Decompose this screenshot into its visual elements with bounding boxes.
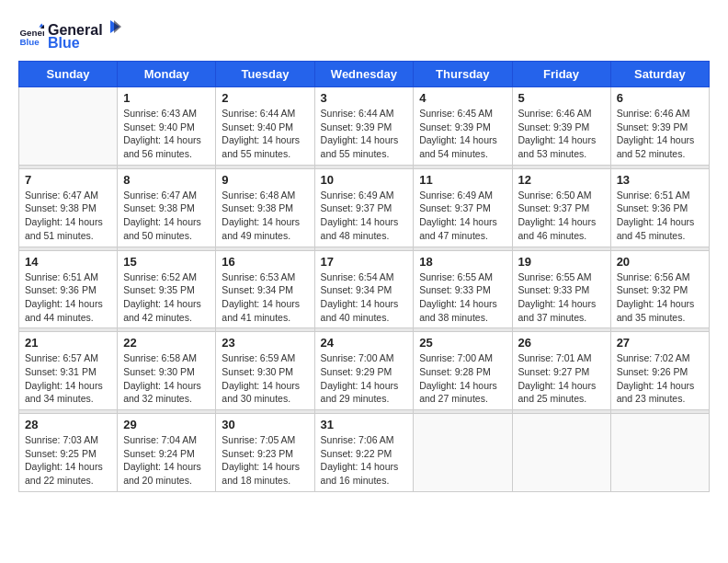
calendar-cell: 26Sunrise: 7:01 AMSunset: 9:27 PMDayligh… <box>512 332 610 410</box>
day-number: 8 <box>123 173 210 187</box>
weekday-header-friday: Friday <box>512 62 610 87</box>
calendar-cell: 24Sunrise: 7:00 AMSunset: 9:29 PMDayligh… <box>314 332 414 410</box>
day-number: 10 <box>321 173 408 187</box>
weekday-header-saturday: Saturday <box>610 62 709 87</box>
calendar-cell: 16Sunrise: 6:53 AMSunset: 9:34 PMDayligh… <box>216 250 314 328</box>
calendar-cell <box>610 414 709 492</box>
calendar-table: SundayMondayTuesdayWednesdayThursdayFrid… <box>18 61 710 492</box>
day-info: Sunrise: 6:48 AMSunset: 9:38 PMDaylight:… <box>222 189 308 243</box>
day-number: 14 <box>25 255 111 269</box>
calendar-cell: 25Sunrise: 7:00 AMSunset: 9:28 PMDayligh… <box>414 332 512 410</box>
day-info: Sunrise: 6:47 AMSunset: 9:38 PMDaylight:… <box>123 189 210 243</box>
calendar-cell: 7Sunrise: 6:47 AMSunset: 9:38 PMDaylight… <box>19 168 118 247</box>
day-number: 19 <box>518 255 605 269</box>
calendar-cell: 17Sunrise: 6:54 AMSunset: 9:34 PMDayligh… <box>314 250 414 328</box>
calendar-cell: 5Sunrise: 6:46 AMSunset: 9:39 PMDaylight… <box>512 87 610 166</box>
logo: General Blue General Blue <box>18 18 121 52</box>
day-info: Sunrise: 7:04 AMSunset: 9:24 PMDaylight:… <box>123 433 210 488</box>
calendar-week-row: 28Sunrise: 7:03 AMSunset: 9:25 PMDayligh… <box>19 414 710 492</box>
weekday-header-monday: Monday <box>118 62 216 87</box>
day-number: 17 <box>321 255 408 269</box>
weekday-header-tuesday: Tuesday <box>216 62 314 87</box>
day-number: 23 <box>222 336 308 350</box>
day-number: 27 <box>617 336 703 350</box>
weekday-header-thursday: Thursday <box>414 62 512 87</box>
weekday-header-row: SundayMondayTuesdayWednesdayThursdayFrid… <box>19 62 710 87</box>
calendar-cell: 13Sunrise: 6:51 AMSunset: 9:36 PMDayligh… <box>610 168 709 247</box>
day-info: Sunrise: 6:46 AMSunset: 9:39 PMDaylight:… <box>617 107 703 161</box>
day-number: 18 <box>419 255 506 269</box>
calendar-cell: 21Sunrise: 6:57 AMSunset: 9:31 PMDayligh… <box>19 332 118 410</box>
day-info: Sunrise: 6:55 AMSunset: 9:33 PMDaylight:… <box>419 270 506 325</box>
day-info: Sunrise: 6:47 AMSunset: 9:38 PMDaylight:… <box>25 189 111 243</box>
day-info: Sunrise: 6:51 AMSunset: 9:36 PMDaylight:… <box>617 189 703 243</box>
day-number: 3 <box>321 91 408 105</box>
day-number: 4 <box>419 91 506 105</box>
calendar-cell <box>414 414 512 492</box>
calendar-cell: 29Sunrise: 7:04 AMSunset: 9:24 PMDayligh… <box>118 414 216 492</box>
day-number: 6 <box>617 91 703 105</box>
calendar-cell: 19Sunrise: 6:55 AMSunset: 9:33 PMDayligh… <box>512 250 610 328</box>
weekday-header-sunday: Sunday <box>19 62 118 87</box>
calendar-week-row: 1Sunrise: 6:43 AMSunset: 9:40 PMDaylight… <box>19 87 710 166</box>
day-info: Sunrise: 7:03 AMSunset: 9:25 PMDaylight:… <box>25 433 111 488</box>
day-number: 31 <box>321 418 408 431</box>
day-info: Sunrise: 7:01 AMSunset: 9:27 PMDaylight:… <box>518 351 605 406</box>
day-info: Sunrise: 6:44 AMSunset: 9:40 PMDaylight:… <box>222 107 308 161</box>
calendar-cell: 14Sunrise: 6:51 AMSunset: 9:36 PMDayligh… <box>19 250 118 328</box>
calendar-cell <box>512 414 610 492</box>
day-info: Sunrise: 6:50 AMSunset: 9:37 PMDaylight:… <box>518 189 605 243</box>
day-info: Sunrise: 6:46 AMSunset: 9:39 PMDaylight:… <box>518 107 605 161</box>
day-number: 2 <box>222 91 308 105</box>
calendar-cell: 11Sunrise: 6:49 AMSunset: 9:37 PMDayligh… <box>414 168 512 247</box>
day-info: Sunrise: 7:05 AMSunset: 9:23 PMDaylight:… <box>222 433 308 488</box>
day-number: 15 <box>123 255 210 269</box>
page-header: General Blue General Blue <box>18 18 710 52</box>
day-info: Sunrise: 6:57 AMSunset: 9:31 PMDaylight:… <box>25 351 111 406</box>
day-info: Sunrise: 6:49 AMSunset: 9:37 PMDaylight:… <box>321 189 408 243</box>
day-number: 7 <box>25 173 111 187</box>
calendar-cell: 1Sunrise: 6:43 AMSunset: 9:40 PMDaylight… <box>118 87 216 166</box>
day-info: Sunrise: 7:00 AMSunset: 9:29 PMDaylight:… <box>321 351 408 406</box>
calendar-week-row: 14Sunrise: 6:51 AMSunset: 9:36 PMDayligh… <box>19 250 710 328</box>
day-number: 12 <box>518 173 605 187</box>
svg-marker-5 <box>114 20 121 33</box>
day-number: 26 <box>518 336 605 350</box>
calendar-cell: 28Sunrise: 7:03 AMSunset: 9:25 PMDayligh… <box>19 414 118 492</box>
day-info: Sunrise: 6:55 AMSunset: 9:33 PMDaylight:… <box>518 270 605 325</box>
calendar-cell: 12Sunrise: 6:50 AMSunset: 9:37 PMDayligh… <box>512 168 610 247</box>
calendar-week-row: 7Sunrise: 6:47 AMSunset: 9:38 PMDaylight… <box>19 168 710 247</box>
day-info: Sunrise: 6:49 AMSunset: 9:37 PMDaylight:… <box>419 189 506 243</box>
calendar-cell: 10Sunrise: 6:49 AMSunset: 9:37 PMDayligh… <box>314 168 414 247</box>
calendar-week-row: 21Sunrise: 6:57 AMSunset: 9:31 PMDayligh… <box>19 332 710 410</box>
calendar-cell: 3Sunrise: 6:44 AMSunset: 9:39 PMDaylight… <box>314 87 414 166</box>
day-number: 5 <box>518 91 605 105</box>
weekday-header-wednesday: Wednesday <box>314 62 414 87</box>
day-info: Sunrise: 7:02 AMSunset: 9:26 PMDaylight:… <box>617 351 703 406</box>
day-number: 24 <box>321 336 408 350</box>
calendar-cell: 9Sunrise: 6:48 AMSunset: 9:38 PMDaylight… <box>216 168 314 247</box>
calendar-cell: 22Sunrise: 6:58 AMSunset: 9:30 PMDayligh… <box>118 332 216 410</box>
day-number: 1 <box>123 91 210 105</box>
day-number: 21 <box>25 336 111 350</box>
calendar-cell: 18Sunrise: 6:55 AMSunset: 9:33 PMDayligh… <box>414 250 512 328</box>
day-number: 20 <box>617 255 703 269</box>
day-number: 28 <box>25 418 111 431</box>
day-info: Sunrise: 6:53 AMSunset: 9:34 PMDaylight:… <box>222 270 308 325</box>
day-info: Sunrise: 7:00 AMSunset: 9:28 PMDaylight:… <box>419 351 506 406</box>
calendar-cell: 23Sunrise: 6:59 AMSunset: 9:30 PMDayligh… <box>216 332 314 410</box>
day-info: Sunrise: 6:44 AMSunset: 9:39 PMDaylight:… <box>321 107 408 161</box>
calendar-cell: 6Sunrise: 6:46 AMSunset: 9:39 PMDaylight… <box>610 87 709 166</box>
logo-arrow-icon <box>105 18 121 35</box>
day-number: 16 <box>222 255 308 269</box>
day-info: Sunrise: 6:43 AMSunset: 9:40 PMDaylight:… <box>123 107 210 161</box>
day-info: Sunrise: 6:52 AMSunset: 9:35 PMDaylight:… <box>123 270 210 325</box>
day-number: 13 <box>617 173 703 187</box>
calendar-cell: 27Sunrise: 7:02 AMSunset: 9:26 PMDayligh… <box>610 332 709 410</box>
calendar-cell: 15Sunrise: 6:52 AMSunset: 9:35 PMDayligh… <box>118 250 216 328</box>
calendar-cell: 2Sunrise: 6:44 AMSunset: 9:40 PMDaylight… <box>216 87 314 166</box>
day-info: Sunrise: 7:06 AMSunset: 9:22 PMDaylight:… <box>321 433 408 488</box>
day-info: Sunrise: 6:56 AMSunset: 9:32 PMDaylight:… <box>617 270 703 325</box>
calendar-cell: 8Sunrise: 6:47 AMSunset: 9:38 PMDaylight… <box>118 168 216 247</box>
calendar-cell: 31Sunrise: 7:06 AMSunset: 9:22 PMDayligh… <box>314 414 414 492</box>
